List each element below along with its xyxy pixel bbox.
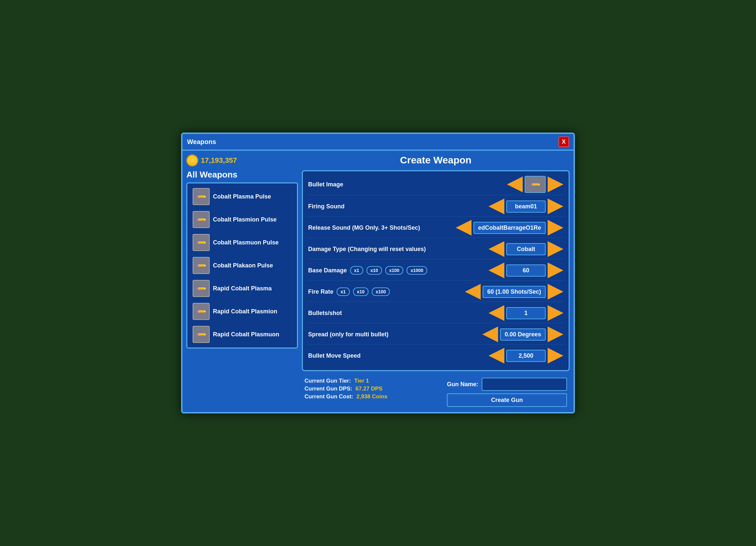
all-weapons-title: All Weapons	[186, 170, 298, 180]
create-gun-button[interactable]: Create Gun	[447, 393, 567, 407]
create-weapon-title: Create Weapon	[302, 155, 570, 166]
fire-rate-left-arrow[interactable]	[465, 284, 481, 300]
base-damage-controls: 60	[489, 263, 563, 278]
multiplier-x1000-button[interactable]: x1000	[407, 266, 427, 275]
gun-name-input[interactable]	[482, 378, 567, 391]
currency-amount: 17,193,357	[201, 156, 237, 165]
bullet-move-speed-value: 2,500	[506, 350, 546, 362]
spread-right-arrow[interactable]	[548, 326, 563, 342]
bullets-per-shot-label: Bullets/shot	[308, 310, 489, 317]
bullet-move-speed-right-arrow[interactable]	[548, 348, 563, 364]
gun-dps-label: Current Gun DPS:	[305, 386, 352, 392]
list-item[interactable]: ✏️ Cobalt Plakaon Pulse	[190, 255, 294, 276]
wrench-icon: ✏️	[196, 214, 207, 225]
spread-label: Spread (only for multi bullet)	[308, 331, 482, 338]
release-sound-left-arrow[interactable]	[456, 220, 472, 236]
base-damage-left-arrow[interactable]	[489, 263, 504, 278]
gun-tier-value: Tier 1	[354, 378, 369, 384]
multiplier-x100-button[interactable]: x100	[385, 266, 403, 275]
multiplier-x10-button[interactable]: x10	[353, 287, 368, 296]
weapon-icon: ✏️	[193, 326, 210, 343]
list-item[interactable]: ✏️ Rapid Cobalt Plasmuon	[190, 324, 294, 345]
list-item[interactable]: ✏️ Rapid Cobalt Plasma	[190, 278, 294, 299]
release-sound-controls: edCobaltBarrageO1Re	[456, 220, 563, 236]
bullet-move-speed-left-arrow[interactable]	[489, 348, 504, 364]
setting-row-bullets-per-shot: Bullets/shot 1	[308, 305, 563, 323]
wrench-icon: ✏️	[196, 191, 207, 202]
gun-dps-line: Current Gun DPS: 67.27 DPS	[305, 386, 388, 392]
gun-dps-value: 67.27 DPS	[355, 386, 382, 392]
bottom-bar: Current Gun Tier: Tier 1 Current Gun DPS…	[302, 374, 570, 408]
bullets-per-shot-controls: 1	[489, 305, 563, 321]
gun-name-row: Gun Name:	[447, 378, 567, 391]
base-damage-value: 60	[506, 264, 546, 277]
multiplier-x1-button[interactable]: x1	[350, 266, 363, 275]
weapon-name: Cobalt Plasma Pulse	[213, 193, 271, 200]
bullet-image-value: ✏️	[525, 176, 546, 193]
close-button[interactable]: X	[558, 137, 569, 147]
right-panel: Create Weapon Bullet Image ✏️ Firing Sou…	[302, 155, 570, 408]
release-sound-right-arrow[interactable]	[548, 220, 563, 236]
setting-row-bullet-image: Bullet Image ✏️	[308, 176, 563, 195]
fire-rate-label: Fire Rate x1x10x100	[308, 287, 465, 296]
weapon-icon: ✏️	[193, 188, 210, 205]
setting-row-firing-sound: Firing Sound beam01	[308, 199, 563, 217]
bullets-per-shot-right-arrow[interactable]	[548, 305, 563, 321]
gun-name-section: Gun Name: Create Gun	[447, 378, 567, 407]
multiplier-x10-button[interactable]: x10	[367, 266, 382, 275]
bullet-image-icon: ✏️	[530, 179, 541, 190]
setting-row-spread: Spread (only for multi bullet) 0.00 Degr…	[308, 326, 563, 345]
damage-type-label: Damage Type (Changing will reset values)	[308, 246, 489, 253]
weapon-icon: ✏️	[193, 257, 210, 274]
list-item[interactable]: ✏️ Cobalt Plasmion Pulse	[190, 209, 294, 230]
damage-type-left-arrow[interactable]	[489, 241, 504, 257]
bullet-image-controls: ✏️	[507, 176, 563, 193]
gun-cost-value: 2,938 Coins	[356, 393, 388, 400]
wrench-icon: ✏️	[196, 237, 207, 248]
wrench-icon: ✏️	[196, 306, 207, 317]
multiplier-x1-button[interactable]: x1	[337, 287, 350, 296]
wrench-icon: ✏️	[196, 260, 207, 271]
bullet-image-left-arrow[interactable]	[507, 177, 523, 192]
list-item[interactable]: ✏️ Cobalt Plasma Pulse	[190, 186, 294, 207]
gun-stats: Current Gun Tier: Tier 1 Current Gun DPS…	[305, 378, 388, 400]
base-damage-label: Base Damage x1x10x100x1000	[308, 266, 489, 275]
bullet-image-right-arrow[interactable]	[548, 177, 563, 192]
weapon-name: Rapid Cobalt Plasmion	[213, 308, 277, 315]
release-sound-label: Release Sound (MG Only. 3+ Shots/Sec)	[308, 224, 456, 231]
firing-sound-controls: beam01	[489, 199, 563, 214]
multiplier-x100-button[interactable]: x100	[372, 287, 390, 296]
setting-row-release-sound: Release Sound (MG Only. 3+ Shots/Sec) ed…	[308, 220, 563, 238]
setting-row-base-damage: Base Damage x1x10x100x1000 60	[308, 263, 563, 281]
spread-controls: 0.00 Degrees	[482, 326, 563, 342]
weapon-name: Cobalt Plasmuon Pulse	[213, 239, 279, 246]
damage-type-controls: Cobalt	[489, 241, 563, 257]
coin-icon: 🪙	[186, 155, 198, 166]
firing-sound-right-arrow[interactable]	[548, 199, 563, 214]
title-bar: Weapons X	[182, 134, 574, 151]
bullet-image-label: Bullet Image	[308, 181, 507, 188]
weapon-icon: ✏️	[193, 211, 210, 228]
weapons-window: Weapons X 🪙 17,193,357 All Weapons ✏️ Co…	[181, 133, 575, 413]
base-damage-right-arrow[interactable]	[548, 263, 563, 278]
gun-tier-label: Current Gun Tier:	[305, 378, 351, 384]
weapon-icon: ✏️	[193, 234, 210, 251]
gun-tier-line: Current Gun Tier: Tier 1	[305, 378, 388, 384]
list-item[interactable]: ✏️ Rapid Cobalt Plasmion	[190, 301, 294, 322]
spread-left-arrow[interactable]	[482, 326, 498, 342]
bullets-per-shot-value: 1	[506, 307, 546, 319]
bullets-per-shot-left-arrow[interactable]	[489, 305, 504, 321]
firing-sound-left-arrow[interactable]	[489, 199, 504, 214]
setting-row-bullet-move-speed: Bullet Move Speed 2,500	[308, 348, 563, 366]
damage-type-right-arrow[interactable]	[548, 241, 563, 257]
fire-rate-controls: 60 (1.00 Shots/Sec)	[465, 284, 563, 300]
weapon-name: Cobalt Plasmion Pulse	[213, 216, 277, 223]
bullet-move-speed-label: Bullet Move Speed	[308, 352, 489, 359]
weapon-icon: ✏️	[193, 280, 210, 297]
firing-sound-value: beam01	[506, 200, 546, 213]
settings-panel: Bullet Image ✏️ Firing Sound beam01 Rele…	[302, 170, 570, 371]
gun-name-label: Gun Name:	[447, 381, 478, 388]
list-item[interactable]: ✏️ Cobalt Plasmuon Pulse	[190, 232, 294, 253]
fire-rate-right-arrow[interactable]	[548, 284, 563, 300]
release-sound-value: edCobaltBarrageO1Re	[473, 222, 546, 234]
